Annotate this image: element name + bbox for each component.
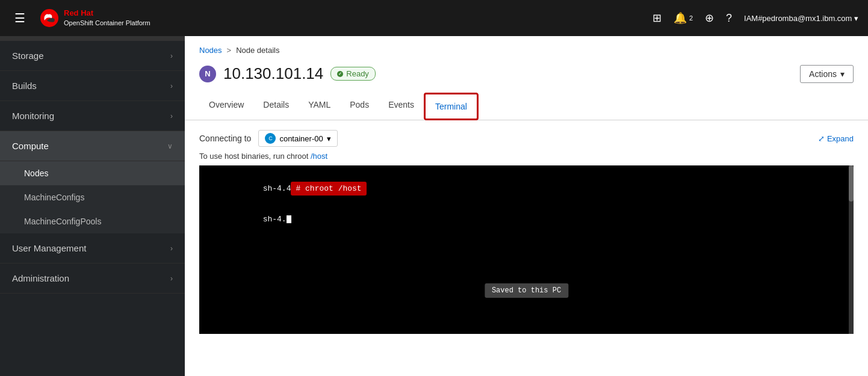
chevron-right-icon: ›	[170, 82, 173, 90]
tab-yaml[interactable]: YAML	[299, 93, 340, 120]
sidebar-item-builds[interactable]: Builds ›	[0, 71, 185, 101]
top-navigation: ☰ Red Hat OpenShift Container Platform ⊞…	[0, 0, 868, 36]
chevron-right-icon: ›	[170, 52, 173, 60]
tab-pods[interactable]: Pods	[340, 93, 379, 120]
chevron-down-icon: ∨	[167, 142, 173, 150]
container-dropdown-icon: ▾	[327, 134, 331, 143]
sidebar-label-user-management: User Management	[12, 243, 86, 253]
container-selector[interactable]: C container-00 ▾	[258, 130, 337, 147]
terminal-line-2: sh-4.	[206, 206, 846, 233]
terminal[interactable]: sh-4.4# chroot /host sh-4. Saved to this…	[199, 165, 854, 334]
saved-tooltip: Saved to this PC	[485, 283, 568, 298]
sidebar-item-nodes[interactable]: Nodes	[0, 161, 185, 185]
sidebar-label-builds: Builds	[12, 81, 37, 91]
logo-text: Red Hat OpenShift Container Platform	[64, 8, 150, 27]
hint-text-content: To use host binaries, run chroot	[199, 152, 311, 161]
breadcrumb-current: Node details	[236, 46, 279, 55]
sidebar-scroll-top	[0, 36, 185, 41]
sidebar-item-monitoring[interactable]: Monitoring ›	[0, 101, 185, 131]
terminal-scrollbar-thumb[interactable]	[849, 165, 854, 202]
terminal-toolbar-left: Connecting to C container-00 ▾	[199, 130, 338, 147]
status-ready-icon	[337, 71, 343, 77]
chevron-right-icon: ›	[170, 112, 173, 120]
sidebar-item-compute[interactable]: Compute ∨	[0, 131, 185, 161]
user-menu[interactable]: IAM#pedromba@mx1.ibm.com ▾	[744, 14, 858, 23]
terminal-area: Connecting to C container-00 ▾ ⤢ Expand …	[185, 120, 868, 376]
terminal-line-1: sh-4.4# chroot /host	[206, 173, 846, 205]
breadcrumb: Nodes > Node details	[185, 36, 868, 60]
page-header: N 10.130.101.14 Ready Actions ▾	[185, 60, 868, 93]
page-title-row: N 10.130.101.14 Ready	[199, 64, 376, 83]
sidebar: Storage › Builds › Monitoring › Compute …	[0, 36, 185, 376]
brand-logo: Red Hat OpenShift Container Platform	[40, 8, 150, 28]
redhat-logo-icon	[40, 8, 59, 28]
content-area: Nodes > Node details N 10.130.101.14 Rea…	[185, 36, 868, 376]
tabs-bar: Overview Details YAML Pods Events Termin…	[185, 93, 868, 120]
actions-button[interactable]: Actions ▾	[800, 65, 854, 83]
breadcrumb-separator: >	[227, 46, 232, 55]
sidebar-item-machineconfigpools[interactable]: MachineConfigPools	[0, 209, 185, 233]
terminal-command-highlight: # chroot /host	[291, 182, 366, 196]
apps-grid-icon[interactable]: ⊞	[653, 11, 662, 25]
connecting-label: Connecting to	[199, 134, 251, 143]
hint-link[interactable]: /host	[311, 152, 327, 161]
terminal-cursor	[287, 215, 291, 223]
chevron-right-icon: ›	[170, 244, 173, 253]
terminal-toolbar: Connecting to C container-00 ▾ ⤢ Expand	[199, 130, 854, 147]
tab-details[interactable]: Details	[253, 93, 299, 120]
chevron-right-icon: ›	[170, 274, 173, 283]
svg-point-0	[40, 9, 58, 27]
sidebar-label-administration: Administration	[12, 273, 69, 283]
sidebar-item-storage[interactable]: Storage ›	[0, 41, 185, 71]
page-title: 10.130.101.14	[223, 64, 323, 83]
expand-button[interactable]: ⤢ Expand	[818, 134, 854, 143]
terminal-scrollbar[interactable]	[849, 165, 854, 334]
tab-overview[interactable]: Overview	[199, 93, 253, 120]
status-label: Ready	[346, 69, 369, 78]
sidebar-submenu-compute: Nodes MachineConfigs MachineConfigPools	[0, 161, 185, 233]
status-badge: Ready	[330, 67, 376, 81]
sidebar-item-machineconfigs[interactable]: MachineConfigs	[0, 185, 185, 209]
bell-icon[interactable]: 🔔 2	[674, 11, 693, 25]
help-icon[interactable]: ?	[726, 12, 732, 25]
terminal-hint: To use host binaries, run chroot /host	[199, 152, 854, 161]
container-icon: C	[265, 133, 276, 144]
sidebar-item-administration[interactable]: Administration ›	[0, 264, 185, 294]
node-icon: N	[199, 66, 216, 82]
actions-label: Actions	[809, 69, 837, 79]
sidebar-label-monitoring: Monitoring	[12, 111, 54, 121]
hamburger-menu[interactable]: ☰	[10, 8, 30, 28]
tab-events[interactable]: Events	[379, 93, 424, 120]
actions-chevron-icon: ▾	[840, 69, 845, 79]
sidebar-label-compute: Compute	[12, 141, 49, 151]
sidebar-item-user-management[interactable]: User Management ›	[0, 233, 185, 264]
terminal-wrapper: sh-4.4# chroot /host sh-4. Saved to this…	[199, 165, 854, 334]
sidebar-label-storage: Storage	[12, 51, 44, 61]
container-name: container-00	[279, 134, 323, 143]
plus-circle-icon[interactable]: ⊕	[705, 11, 714, 25]
tab-terminal[interactable]: Terminal	[424, 93, 479, 120]
breadcrumb-nodes-link[interactable]: Nodes	[199, 46, 222, 55]
